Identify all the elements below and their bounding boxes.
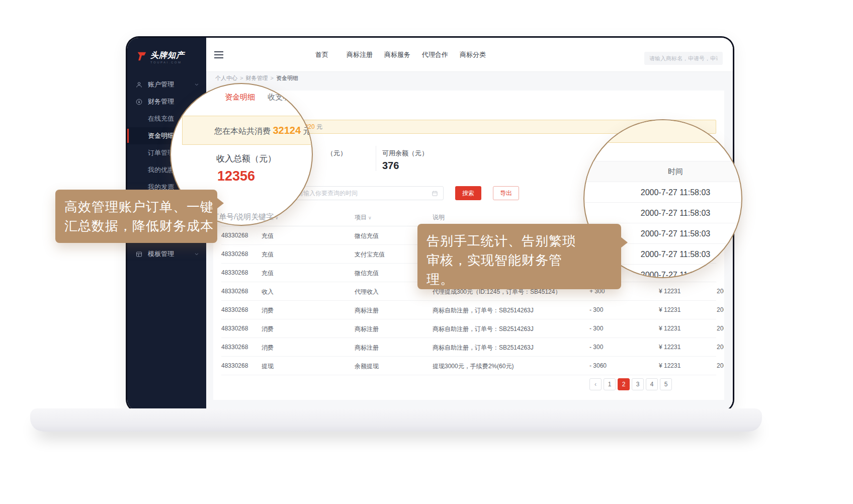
nav-item-首页[interactable]: 首页	[315, 38, 328, 72]
magnified-time-row: 2000-7-27 11:58:03	[584, 203, 741, 223]
sidebar-item-label: 财务管理	[148, 97, 174, 106]
cell-balance: ¥ 12231	[659, 344, 680, 351]
magnified-order-header: 订单号/说明关键字	[211, 212, 274, 222]
brand-title: 头牌知产	[150, 51, 185, 60]
sidebar-item-label: 资金明细	[148, 131, 174, 140]
available-balance-label: 可用余额（元）	[382, 149, 428, 158]
col-project-header[interactable]: 项目∨	[355, 213, 372, 222]
tooltip-line: 汇总数据，降低财务成本	[64, 216, 208, 235]
trademark-search-input[interactable]	[644, 52, 723, 65]
nav-item-商标注册[interactable]: 商标注册	[347, 38, 373, 72]
nav-item-商标服务[interactable]: 商标服务	[384, 38, 410, 72]
date-query-input[interactable]	[291, 186, 444, 200]
magnified-notice-text: 您在本站共消费 32124 元	[214, 125, 311, 137]
cell-project: 商标注册	[355, 325, 379, 333]
cell-desc: 商标自助注册，订单号：SB2514263J	[433, 306, 534, 315]
cell-time: 2000-7-27 11:58:03	[717, 362, 724, 369]
nav-item-代理合作[interactable]: 代理合作	[422, 38, 448, 72]
sidebar-item-模板管理[interactable]: 模板管理	[127, 245, 206, 263]
cell-project: 商标注册	[355, 344, 379, 352]
table-row: 48330268消费商标注册商标自助注册，订单号：SB2514263J- 300…	[221, 301, 716, 319]
cell-order: 48330268	[221, 306, 248, 313]
pagination: ‹12345	[589, 378, 672, 390]
magnified-income-label: 收入总额（元）	[216, 153, 276, 164]
cell-time: 2000-7-27 11:58:03	[717, 344, 724, 351]
cell-order: 48330268	[221, 250, 248, 258]
cell-type: 充值	[262, 250, 274, 259]
tooltip-line: 审核，实现智能财务管	[426, 250, 612, 270]
cell-balance: ¥ 12231	[659, 288, 680, 295]
chevron-down-icon	[194, 251, 200, 257]
available-balance-value: 376	[382, 160, 399, 172]
cell-time: 2000-7-27 11:58:03	[717, 288, 724, 295]
sidebar-item-label: 模板管理	[148, 249, 174, 259]
breadcrumb: 个人中心>财务管理>资金明细	[215, 74, 298, 82]
pagination-page-3[interactable]: 3	[632, 378, 644, 390]
cell-project: 微信充值	[355, 232, 379, 240]
sidebar-item-label: 在线充值	[148, 114, 174, 123]
cell-type: 消费	[262, 306, 274, 315]
cell-order: 48330268	[221, 362, 248, 369]
cell-balance: ¥ 12231	[659, 306, 680, 313]
cell-type: 充值	[262, 269, 274, 278]
cell-order: 48330268	[221, 288, 248, 295]
cell-type: 收入	[262, 288, 274, 296]
cell-project: 商标注册	[355, 306, 379, 315]
breadcrumb-current: 资金明细	[276, 75, 298, 81]
breadcrumb-item[interactable]: 个人中心	[215, 75, 237, 81]
logo-icon	[136, 51, 147, 62]
cell-desc: 提现3000元，手续费2%(60元)	[433, 362, 514, 371]
pagination-page-5[interactable]: 5	[660, 378, 672, 390]
cell-time: 2000-7-27 11:58:03	[717, 325, 724, 332]
search-button[interactable]: 搜索	[455, 186, 481, 200]
cell-order: 48330268	[221, 325, 248, 332]
breadcrumb-item[interactable]: 财务管理	[245, 75, 268, 81]
cell-type: 消费	[262, 325, 274, 333]
left-callout-tooltip: 高效管理账户订单、一键 汇总数据，降低财务成本	[55, 190, 217, 243]
col-desc-header: 说明	[433, 213, 445, 222]
table-row: 48330268消费商标注册商标自助注册，订单号：SB2514263J- 300…	[221, 319, 716, 338]
hamburger-menu-icon[interactable]	[214, 51, 223, 58]
cell-desc: 商标自助注册，订单号：SB2514263J	[433, 344, 534, 352]
tooltip-line: 理。	[426, 270, 612, 289]
table-row: 48330268提现余额提现提现3000元，手续费2%(60元)- 3060¥ …	[221, 357, 716, 375]
pagination-prev[interactable]: ‹	[589, 378, 602, 390]
magnified-income-value: 12356	[217, 169, 255, 184]
tooltip-line: 高效管理账户订单、一键	[64, 197, 208, 216]
cell-desc: 商标自助注册，订单号：SB2514263J	[433, 325, 534, 333]
right-callout-tooltip: 告别手工统计、告别繁琐 审核，实现智能财务管 理。	[417, 224, 621, 289]
brand-caption: TOUPAI.COM	[150, 61, 185, 64]
top-header: 首页商标注册商标服务代理合作商标分类	[206, 38, 733, 72]
cell-type: 提现	[262, 362, 274, 371]
pagination-page-1[interactable]: 1	[604, 378, 616, 390]
pagination-page-4[interactable]: 4	[646, 378, 658, 390]
cell-project: 余额提现	[355, 362, 379, 371]
laptop-base	[30, 408, 762, 432]
cell-time: 2000-7-27 11:58:03	[717, 306, 724, 313]
middle-stat-label: （元）	[327, 149, 347, 158]
page: 头牌知产 TOUPAI.COM 账户管理财务管理在线充值资金明细订单管理我的优惠…	[0, 0, 853, 504]
cell-balance: ¥ 12231	[659, 325, 680, 332]
sidebar-item-label: 账户管理	[148, 80, 174, 89]
cell-amount: - 300	[589, 344, 603, 351]
brand-logo: 头牌知产 TOUPAI.COM	[136, 51, 185, 64]
cell-amount: - 300	[589, 306, 603, 313]
tooltip-arrow-icon	[621, 237, 628, 248]
sort-caret-icon: ∨	[368, 215, 372, 220]
pagination-page-2[interactable]: 2	[618, 378, 630, 390]
sidebar-item-账户管理[interactable]: 账户管理	[127, 76, 206, 93]
cell-type: 消费	[262, 344, 274, 352]
user-icon	[135, 81, 143, 89]
cell-order: 48330268	[221, 232, 248, 239]
nav-item-商标分类[interactable]: 商标分类	[460, 38, 486, 72]
template-icon	[135, 250, 143, 258]
export-button[interactable]: 导出	[493, 186, 519, 200]
cell-type: 充值	[262, 232, 274, 240]
cell-amount: - 3060	[589, 362, 607, 369]
magnified-time-row: 2000-7-27 11:58:03	[584, 182, 741, 203]
cell-balance: ¥ 12231	[659, 362, 680, 369]
chevron-down-icon	[194, 81, 200, 88]
tooltip-line: 告别手工统计、告别繁琐	[426, 231, 612, 250]
magnified-time-header: 时间	[584, 161, 741, 182]
stat-divider	[376, 146, 376, 171]
